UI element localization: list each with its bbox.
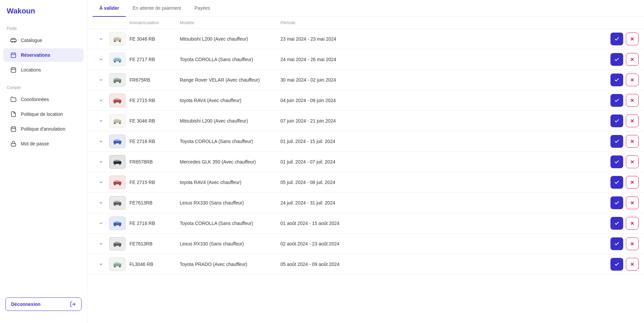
row-actions (605, 74, 639, 86)
sidebar-politique-annulation-label: Politique d'annulation (21, 126, 65, 132)
svg-rect-74 (117, 140, 119, 141)
reject-button[interactable] (626, 258, 639, 271)
car-thumbnail (109, 217, 125, 230)
reservations-table: Immatriculation Modèle Période FE 3046 R… (87, 17, 644, 323)
svg-point-111 (114, 225, 115, 226)
check-icon (614, 200, 620, 205)
sidebar-item-catalogue[interactable]: Catalogue (3, 34, 84, 47)
table-row: FE 2715 RB toyota RAV4 (Avec chauffeur) … (87, 90, 644, 111)
reject-button[interactable] (626, 196, 639, 209)
svg-rect-94 (117, 181, 119, 182)
svg-point-132 (119, 266, 120, 267)
row-plate: FE7613RB (129, 200, 180, 205)
svg-point-51 (114, 102, 115, 103)
reject-button[interactable] (626, 94, 639, 107)
reject-button[interactable] (626, 135, 639, 148)
svg-rect-103 (115, 201, 117, 202)
reject-button[interactable] (626, 33, 639, 45)
accept-button[interactable] (610, 217, 623, 230)
row-expand-chevron[interactable] (93, 200, 109, 205)
car-image-icon (113, 138, 122, 145)
reject-button[interactable] (626, 74, 639, 86)
row-plate: FR6578RB (129, 159, 180, 165)
x-icon (630, 77, 635, 83)
reject-button[interactable] (626, 237, 639, 250)
accept-button[interactable] (610, 155, 623, 168)
accept-button[interactable] (610, 94, 623, 107)
svg-rect-84 (117, 160, 119, 162)
svg-point-101 (114, 205, 115, 205)
reject-button[interactable] (626, 114, 639, 127)
tab-a-valider[interactable]: À valider (93, 0, 126, 17)
reject-button[interactable] (626, 217, 639, 230)
accept-button[interactable] (610, 237, 623, 250)
reject-button[interactable] (626, 176, 639, 189)
row-model: Toyota COROLLA (Sans chauffeur) (180, 221, 280, 226)
car-thumbnail (109, 176, 125, 189)
svg-rect-54 (117, 99, 119, 100)
row-expand-chevron[interactable] (93, 159, 109, 164)
car-thumbnail (109, 135, 125, 148)
table-row: FE 2716 RB Toyota COROLLA (Sans chauffeu… (87, 131, 644, 152)
x-icon (630, 57, 635, 62)
sidebar-item-politique-location[interactable]: Politique de location (3, 107, 84, 121)
sidebar-reservations-label: Réservations (21, 52, 50, 58)
car-image-icon (113, 158, 122, 166)
row-model: Range Rover VELAR (Avec chauffeur) (180, 77, 280, 83)
row-expand-chevron[interactable] (93, 180, 109, 185)
reject-button[interactable] (626, 53, 639, 66)
tab-payees[interactable]: Payées (188, 0, 217, 17)
svg-rect-114 (117, 222, 119, 223)
sidebar-item-locations[interactable]: Locations (3, 63, 84, 77)
car-image-icon (113, 76, 122, 84)
svg-point-52 (119, 102, 120, 103)
row-expand-chevron[interactable] (93, 57, 109, 62)
row-expand-chevron[interactable] (93, 78, 109, 82)
row-expand-chevron[interactable] (93, 241, 109, 246)
svg-rect-113 (115, 222, 117, 223)
row-expand-chevron[interactable] (93, 37, 109, 41)
check-icon (614, 57, 620, 62)
tab-en-attente[interactable]: En attente de paiement (126, 0, 188, 17)
row-model: Toyota COROLLA (Sans chauffeur) (180, 139, 280, 144)
row-actions (605, 53, 639, 66)
sidebar-item-politique-annulation[interactable]: Politique d'annulation (3, 122, 84, 136)
accept-button[interactable] (610, 114, 623, 127)
row-model: Toyota PRADO (Avec chauffeur) (180, 262, 280, 267)
accept-button[interactable] (610, 74, 623, 86)
svg-rect-44 (117, 78, 119, 80)
row-model: Mitsubishi L200 (Avec chauffeur) (180, 118, 280, 124)
sidebar-item-mot-de-passe[interactable]: Mot de passe (3, 137, 84, 150)
table-row: FL3046 RB Toyota PRADO (Avec chauffeur) … (87, 254, 644, 275)
sidebar-item-reservations[interactable]: Réservations (3, 48, 84, 62)
accept-button[interactable] (610, 33, 623, 45)
svg-point-32 (119, 61, 120, 62)
row-expand-chevron[interactable] (93, 221, 109, 226)
car-thumbnail (109, 53, 125, 66)
row-expand-chevron[interactable] (93, 98, 109, 103)
row-actions (605, 217, 639, 230)
accept-button[interactable] (610, 196, 623, 209)
car-thumbnail (109, 155, 125, 169)
logout-button[interactable]: Déconnexion (5, 297, 82, 311)
sidebar-coordonnees-label: Coordonnées (21, 97, 49, 102)
row-expand-chevron[interactable] (93, 262, 109, 267)
row-actions (605, 155, 639, 168)
accept-button[interactable] (610, 258, 623, 271)
accept-button[interactable] (610, 53, 623, 66)
car-image-icon (113, 179, 122, 186)
sidebar-item-coordonnees[interactable]: Coordonnées (3, 93, 84, 106)
row-expand-chevron[interactable] (93, 119, 109, 123)
x-icon (630, 262, 635, 267)
table-header-row: Immatriculation Modèle Période (87, 17, 644, 29)
svg-rect-43 (115, 78, 117, 80)
row-period: 01 juil. 2024 - 07 juil. 2024 (280, 159, 605, 165)
row-expand-chevron[interactable] (93, 139, 109, 144)
accept-button[interactable] (610, 176, 623, 189)
svg-point-121 (114, 246, 115, 246)
reject-button[interactable] (626, 155, 639, 168)
accept-button[interactable] (610, 135, 623, 148)
svg-point-21 (114, 41, 115, 42)
x-icon (630, 159, 635, 165)
app-logo: Wakoun (0, 7, 87, 24)
